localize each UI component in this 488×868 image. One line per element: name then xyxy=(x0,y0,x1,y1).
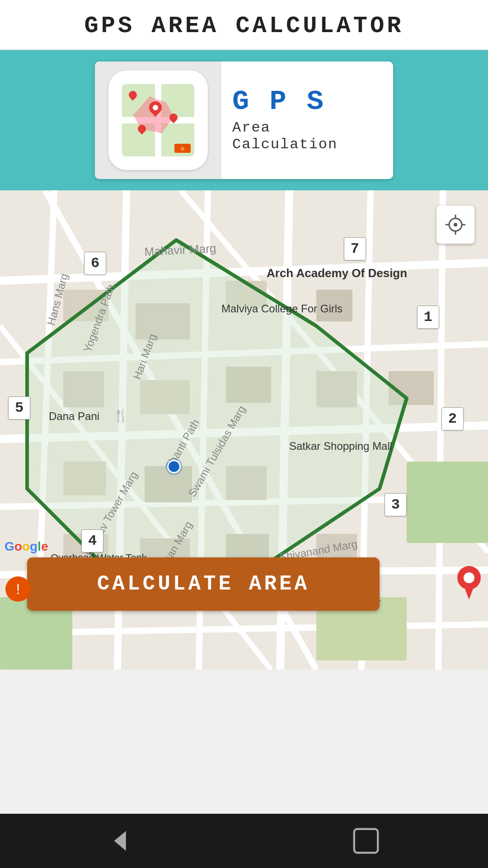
calculate-area-label: CALCULATE AREA xyxy=(97,572,310,596)
svg-text:Arch Academy Of Design: Arch Academy Of Design xyxy=(267,266,407,280)
current-location-dot xyxy=(167,460,181,473)
map-pin-icon xyxy=(455,564,483,603)
svg-text:!: ! xyxy=(16,581,20,597)
location-icon xyxy=(445,214,466,236)
app-title: GPS AREA CALCULATOR xyxy=(0,13,488,39)
svg-text:Satkar Shopping Mall: Satkar Shopping Mall xyxy=(289,440,392,452)
svg-rect-16 xyxy=(407,462,488,543)
ad-icon-box xyxy=(108,71,208,170)
waypoint-6[interactable]: 6 xyxy=(84,252,106,275)
svg-point-54 xyxy=(454,223,457,226)
ad-sub-label: Area Calculation xyxy=(232,119,382,153)
svg-text:🍴: 🍴 xyxy=(113,408,129,423)
bottom-navigation xyxy=(0,814,488,868)
alert-icon: ! xyxy=(5,576,32,603)
ad-icon-area xyxy=(95,61,221,179)
waypoint-2[interactable]: 2 xyxy=(441,407,464,430)
map-container[interactable]: Mahavir Marg Hans Marg Yogendra Path Har… xyxy=(0,190,488,670)
ad-inner: G P S Area Calculation xyxy=(95,61,393,179)
google-logo: Google xyxy=(5,539,48,554)
svg-text:Malviya College For Girls: Malviya College For Girls xyxy=(221,302,343,315)
home-button[interactable] xyxy=(339,823,393,859)
ad-gps-label: G P S xyxy=(232,88,382,116)
calculate-area-button[interactable]: CALCULATE AREA xyxy=(27,557,380,611)
svg-text:Dana Pani: Dana Pani xyxy=(49,410,99,422)
waypoint-7[interactable]: 7 xyxy=(344,237,366,260)
svg-point-62 xyxy=(464,572,474,583)
waypoint-1[interactable]: 1 xyxy=(417,306,439,329)
app-header: GPS AREA CALCULATOR xyxy=(0,0,488,50)
location-button[interactable] xyxy=(436,206,474,244)
home-square-icon xyxy=(350,825,382,857)
waypoint-5[interactable]: 5 xyxy=(8,396,30,420)
waypoint-4[interactable]: 4 xyxy=(81,529,103,552)
svg-rect-65 xyxy=(354,829,378,853)
ruler-icon xyxy=(174,144,191,153)
back-arrow-icon xyxy=(106,825,138,857)
waypoint-3[interactable]: 3 xyxy=(385,493,407,516)
ad-map-icon xyxy=(122,84,194,156)
ad-text-area: G P S Area Calculation xyxy=(221,79,393,162)
svg-marker-64 xyxy=(114,831,126,851)
back-button[interactable] xyxy=(95,823,149,859)
svg-marker-63 xyxy=(465,588,474,599)
ad-banner[interactable]: G P S Area Calculation xyxy=(0,50,488,190)
